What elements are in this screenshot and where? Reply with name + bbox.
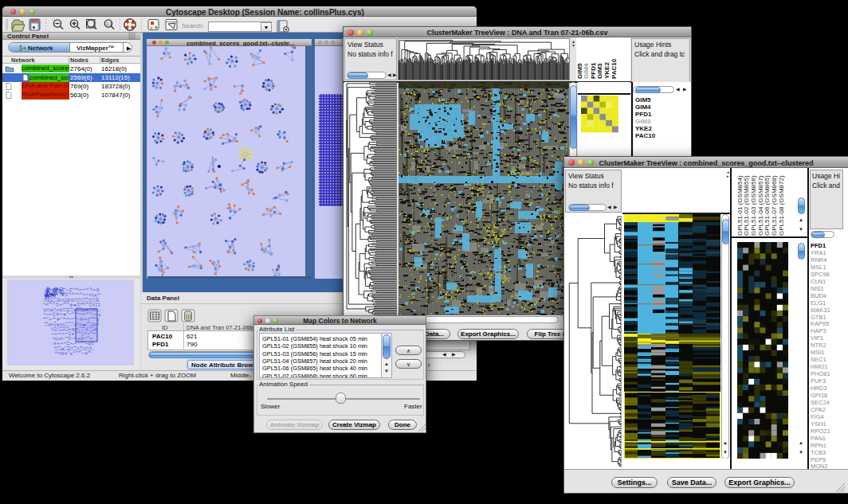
svg-text:GPL51-08 (GSM872): GPL51-08 (GSM872)	[778, 175, 785, 236]
svg-text:Search:: Search:	[182, 22, 204, 29]
svg-text:GPL51-04 (GSM857): GPL51-04 (GSM857)	[757, 175, 764, 236]
svg-text:GPL51-06 (GSM865): GPL51-06 (GSM865)	[764, 175, 771, 236]
svg-text:GPL51-07 (GSM868): GPL51-07 (GSM868)	[771, 175, 778, 236]
svg-text:1:1: 1:1	[107, 21, 112, 26]
svg-text:PAC10: PAC10	[610, 58, 618, 79]
svg-text:GPL51-01 (GSM854): GPL51-01 (GSM854)	[736, 175, 744, 236]
svg-text:GPL51-03 (GSM856): GPL51-03 (GSM856)	[750, 175, 757, 236]
svg-text:GPL51-02 (GSM855): GPL51-02 (GSM855)	[743, 175, 750, 236]
